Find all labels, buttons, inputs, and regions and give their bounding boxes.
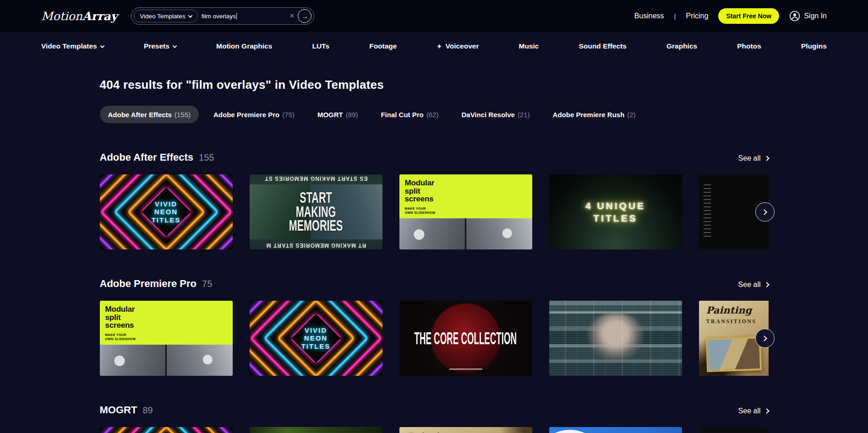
template-card-vivid-neon-titles[interactable]: VIVIDNEONTITLES xyxy=(100,174,233,249)
section-count: 155 xyxy=(199,152,214,163)
nav-presets[interactable]: Presets xyxy=(144,42,176,50)
card-subtitle: MAKE YOUROWN SLIDESHOW xyxy=(105,333,227,341)
sign-in-label: Sign In xyxy=(804,12,827,20)
nav-voiceover[interactable]: ✦Voiceover xyxy=(437,42,479,50)
card-subtitle: MAKE YOUROWN SLIDESHOW xyxy=(405,206,527,215)
carousel-next-button[interactable] xyxy=(755,329,775,348)
nav-plugins[interactable]: Plugins xyxy=(801,42,827,50)
search-category-dropdown[interactable]: Video Templates xyxy=(134,10,197,22)
template-card-vivid-neon-titles[interactable]: VIVIDNEONTITLES xyxy=(250,301,382,376)
chevron-right-icon xyxy=(764,282,769,287)
card-carousel: VIVIDNEONTITLES Painting TRANSITIONS xyxy=(100,427,769,433)
nav-motion-graphics[interactable]: Motion Graphics xyxy=(216,42,272,50)
section-mogrt: MOGRT 89 See all VIVIDNEONTITLES Paintin… xyxy=(100,404,769,433)
chevron-right-icon xyxy=(761,336,767,341)
section-title: Adobe After Effects xyxy=(100,152,194,163)
pricing-link[interactable]: Pricing xyxy=(686,12,708,20)
card-title: VIVIDNEONTITLES xyxy=(152,200,181,224)
carousel-next-button[interactable] xyxy=(755,202,775,222)
header-right: Business | Pricing Start Free Now Sign I… xyxy=(634,8,827,24)
filter-after-effects[interactable]: Adobe After Effects(155) xyxy=(100,106,199,123)
nav-graphics[interactable]: Graphics xyxy=(666,42,697,50)
filter-premiere-pro[interactable]: Adobe Premiere Pro(75) xyxy=(205,106,303,123)
section-after-effects: Adobe After Effects 155 See all VIVIDNEO… xyxy=(100,152,769,249)
template-card-glitch[interactable] xyxy=(549,301,682,376)
template-card-modular-split-screens[interactable]: Modularsplitscreens MAKE YOUROWN SLIDESH… xyxy=(399,174,532,249)
chevron-right-icon xyxy=(764,156,769,161)
filter-mogrt[interactable]: MOGRT(89) xyxy=(309,106,366,123)
section-premiere-pro: Adobe Premiere Pro 75 See all Modularspl… xyxy=(100,278,769,376)
card-carousel: VIVIDNEONTITLES ES START MAKING MEMORIES… xyxy=(100,174,769,249)
text-caret xyxy=(236,13,237,20)
chevron-right-icon xyxy=(764,408,769,413)
chevron-down-icon xyxy=(100,43,104,48)
see-all-link[interactable]: See all xyxy=(738,281,769,289)
search-category-label: Video Templates xyxy=(140,13,185,20)
card-title: VIVIDNEONTITLES xyxy=(301,326,331,350)
card-clips xyxy=(100,345,233,376)
card-title: 4 UNIQUETITLES xyxy=(585,200,645,225)
nav-music[interactable]: Music xyxy=(519,42,539,50)
template-card-green-glitch[interactable] xyxy=(250,427,382,433)
card-title: Modularsplitscreens xyxy=(405,179,527,203)
see-all-link[interactable]: See all xyxy=(738,154,769,162)
header-divider: | xyxy=(674,12,676,20)
search-submit-button[interactable]: → xyxy=(298,9,311,23)
nav-sound-effects[interactable]: Sound Effects xyxy=(579,42,627,50)
chevron-right-icon xyxy=(761,209,767,215)
filter-premiere-rush[interactable]: Adobe Premiere Rush(2) xyxy=(545,106,644,123)
template-card-painting-transitions[interactable]: Painting TRANSITIONS xyxy=(399,427,532,433)
site-header: MotionArray Video Templates film overlay… xyxy=(0,0,868,32)
filter-final-cut[interactable]: Final Cut Pro(62) xyxy=(372,106,447,123)
card-title: Painting xyxy=(407,431,453,433)
nav-photos[interactable]: Photos xyxy=(737,42,761,50)
section-title: MOGRT xyxy=(100,404,137,416)
card-carousel: Modularsplitscreens MAKE YOUROWN SLIDESH… xyxy=(100,301,769,376)
main-content: 404 results for "film overlays" in Video… xyxy=(100,78,769,433)
card-subtitle: TRANSITIONS xyxy=(706,318,757,325)
template-card-blue[interactable] xyxy=(549,427,682,433)
see-all-link[interactable]: See all xyxy=(738,407,769,415)
card-title: Painting xyxy=(706,304,752,316)
card-edge-text: ES START MAKING MEMORIES ST xyxy=(250,175,382,182)
template-card-vivid-neon-titles[interactable]: VIVIDNEONTITLES xyxy=(100,427,233,433)
card-title: STARTMAKINGMEMORIES xyxy=(289,191,343,233)
business-link[interactable]: Business xyxy=(634,12,664,20)
user-icon xyxy=(789,11,800,22)
template-card-4-unique-titles[interactable]: 4 UNIQUETITLES xyxy=(549,174,682,249)
filter-davinci[interactable]: DaVinci Resolve(21) xyxy=(453,106,538,123)
filter-pills: Adobe After Effects(155) Adobe Premiere … xyxy=(100,106,769,123)
section-count: 75 xyxy=(202,279,212,289)
main-nav: Video Templates Presets Motion Graphics … xyxy=(0,32,868,62)
logo[interactable]: MotionArray xyxy=(41,10,117,23)
search-bar: Video Templates film overlays × → xyxy=(131,7,314,25)
chevron-down-icon xyxy=(188,13,192,18)
section-title: Adobe Premiere Pro xyxy=(100,278,197,290)
sign-in-button[interactable]: Sign In xyxy=(789,11,827,22)
nav-luts[interactable]: LUTs xyxy=(312,42,329,50)
chevron-down-icon xyxy=(172,43,177,48)
nav-footage[interactable]: Footage xyxy=(369,42,397,50)
template-card-dark[interactable] xyxy=(699,427,769,433)
section-count: 89 xyxy=(142,405,153,416)
card-title: Modularsplitscreens xyxy=(105,305,227,330)
template-card-core-collection[interactable]: THE CORE COLLECTION xyxy=(399,301,532,376)
page-title: 404 results for "film overlays" in Video… xyxy=(100,78,769,92)
start-free-button[interactable]: Start Free Now xyxy=(718,8,779,24)
clear-search-icon[interactable]: × xyxy=(286,11,298,21)
template-card-modular-split-screens[interactable]: Modularsplitscreens MAKE YOUROWN SLIDESH… xyxy=(100,301,233,376)
card-edge-text: RT MAKING MEMORIES START M xyxy=(250,242,382,249)
template-card-start-making-memories[interactable]: ES START MAKING MEMORIES ST STARTMAKINGM… xyxy=(250,174,382,249)
sparkle-icon: ✦ xyxy=(437,43,442,50)
nav-video-templates[interactable]: Video Templates xyxy=(41,42,104,50)
card-clips xyxy=(399,218,532,249)
search-input[interactable]: film overlays xyxy=(198,13,286,20)
card-title: THE CORE COLLECTION xyxy=(415,328,517,349)
